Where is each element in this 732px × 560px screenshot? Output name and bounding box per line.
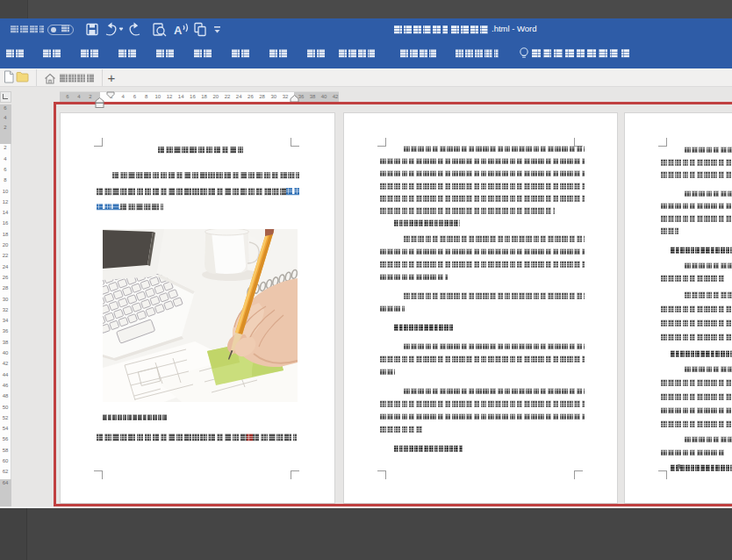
svg-text:A: A [174,24,183,37]
